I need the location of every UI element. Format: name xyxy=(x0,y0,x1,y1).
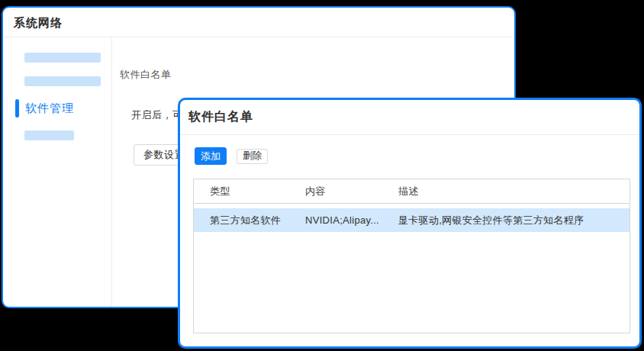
active-item-indicator xyxy=(15,99,19,118)
title-divider xyxy=(3,37,514,37)
sidebar-item-placeholder[interactable] xyxy=(24,76,101,86)
dialog-toolbar: 添加 删除 xyxy=(195,147,268,165)
dialog-title: 软件白名单 xyxy=(188,109,253,125)
cell-description: 显卡驱动,网银安全控件等第三方知名程序 xyxy=(398,214,630,227)
sidebar-item-placeholder[interactable] xyxy=(24,130,74,140)
table-row[interactable]: 第三方知名软件 NVIDIA;Alipay... 显卡驱动,网银安全控件等第三方… xyxy=(194,208,630,232)
column-header-description: 描述 xyxy=(398,185,630,198)
dialog-header-divider xyxy=(180,134,639,135)
cell-content: NVIDIA;Alipay... xyxy=(305,214,398,226)
sidebar-item-placeholder[interactable] xyxy=(24,53,101,63)
software-whitelist-dialog: 软件白名单 添加 删除 类型 内容 描述 第三方知名软件 NVIDIA;Alip… xyxy=(178,98,642,349)
column-header-content: 内容 xyxy=(305,185,398,198)
section-label: 软件白名单 xyxy=(120,68,172,82)
add-button[interactable]: 添加 xyxy=(195,147,227,165)
delete-button[interactable]: 删除 xyxy=(237,149,268,164)
sidebar-item-software-management[interactable]: 软件管理 xyxy=(25,101,74,116)
cell-type: 第三方知名软件 xyxy=(194,214,305,227)
table-header-row: 类型 内容 描述 xyxy=(194,179,630,204)
column-header-type: 类型 xyxy=(194,185,305,198)
page-background: { "colors": { "accent": "#0f7ef5", "row_… xyxy=(0,0,644,351)
whitelist-table: 类型 内容 描述 第三方知名软件 NVIDIA;Alipay... 显卡驱动,网… xyxy=(193,179,630,333)
sidebar-divider xyxy=(111,37,112,307)
window-title: 系统网络 xyxy=(14,16,63,31)
